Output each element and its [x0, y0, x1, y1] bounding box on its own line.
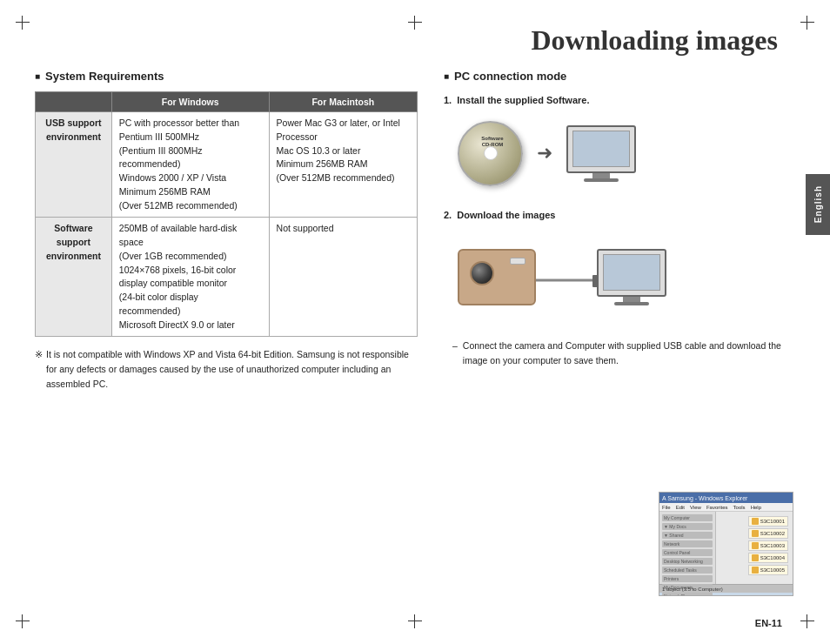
- step2-monitor: [597, 249, 666, 297]
- usb-windows-cell: PC with processor better than Pentium II…: [111, 112, 269, 218]
- step2-stand: [623, 297, 640, 302]
- thumb-sidebar: My Computer ▼ My Docs ▼ Shared Network C…: [659, 512, 716, 584]
- sidebar-item-3: ▼ Shared: [662, 532, 713, 539]
- step2-label: 2. Download the images: [444, 210, 792, 220]
- thumb-titlebar: A Samsung - Windows Explorer: [659, 493, 793, 503]
- sidebar-item-4: Network: [662, 540, 713, 547]
- sidebar-item-10: Network Places: [662, 593, 713, 596]
- file-icon-5: [752, 567, 759, 574]
- file-icon-4: [752, 554, 759, 561]
- crosshair-bottom-mid: [408, 614, 422, 628]
- install-illustration: SoftwareCD-ROM ➜: [458, 114, 792, 192]
- cd-disc: SoftwareCD-ROM: [458, 121, 523, 186]
- table-row-usb: USB support environment PC with processo…: [36, 112, 418, 218]
- note-symbol: ※: [35, 347, 43, 391]
- file-icon-3: [752, 542, 759, 549]
- thumb-body: My Computer ▼ My Docs ▼ Shared Network C…: [659, 512, 793, 584]
- table-header-windows: For Windows: [111, 92, 269, 112]
- sidebar-item-8: Printers: [662, 575, 713, 582]
- note-text: It is not compatible with Windows XP and…: [46, 347, 418, 391]
- step1-label: 1. Install the supplied Software.: [444, 95, 792, 105]
- file-2: S3C10002: [748, 528, 788, 539]
- sidebar-item-6: Desktop Networking: [662, 558, 713, 565]
- cd-label: SoftwareCD-ROM: [475, 136, 510, 150]
- table-header-empty: [36, 92, 112, 112]
- system-requirements-title: System Requirements: [35, 70, 418, 83]
- sidebar-item-7: Scheduled Tasks: [662, 567, 713, 574]
- connect-description: – Connect the camera and Computer with s…: [452, 339, 792, 368]
- left-panel: System Requirements For Windows For Maci…: [35, 70, 418, 392]
- crosshair-bottom-right: [800, 614, 814, 628]
- download-illustration: [458, 229, 792, 325]
- table-header-mac: For Macintosh: [269, 92, 417, 112]
- thumb-file-icons: S3C10001 S3C10002 S3C10003 S3C10004 S3C1…: [748, 516, 788, 575]
- usb-cable-svg: [536, 273, 606, 291]
- software-mac-cell: Not supported: [269, 218, 417, 337]
- table-row-software: Software support environment 250MB of av…: [36, 218, 418, 337]
- crosshair-top-mid: [408, 16, 422, 30]
- english-tab: English: [806, 174, 830, 235]
- step2-computer: [597, 249, 666, 305]
- thumb-content: S3C10001 S3C10002 S3C10003 S3C10004 S3C1…: [716, 512, 793, 584]
- right-panel: PC connection mode 1. Install the suppli…: [444, 70, 792, 368]
- screenshot-thumbnail: A Samsung - Windows Explorer File Edit V…: [659, 492, 793, 596]
- crosshair-bottom-left: [16, 614, 30, 628]
- note-section: ※ It is not compatible with Windows XP a…: [35, 347, 418, 391]
- file-icon-2: [752, 530, 759, 537]
- camera-flash: [510, 258, 525, 265]
- file-4: S3C10004: [748, 553, 788, 563]
- sidebar-item-5: Control Panel: [662, 549, 713, 556]
- requirements-table: For Windows For Macintosh USB support en…: [35, 91, 418, 337]
- usb-mac-cell: Power Mac G3 or later, or Intel Processo…: [269, 112, 417, 218]
- arrow-icon: ➜: [537, 142, 552, 164]
- usb-row-header: USB support environment: [36, 112, 112, 218]
- step2-screen: [603, 254, 660, 291]
- crosshair-top-left: [16, 16, 30, 30]
- camera-group: [458, 249, 536, 305]
- file-5: S3C10005: [748, 565, 788, 575]
- monitor-body: [566, 125, 636, 173]
- sidebar-item-2: ▼ My Docs: [662, 523, 713, 530]
- pc-connection-title: PC connection mode: [444, 70, 792, 83]
- page-number: EN-11: [755, 618, 782, 628]
- file-icon-1: [752, 518, 759, 525]
- monitor-screen: [572, 131, 630, 167]
- crosshair-top-right: [800, 16, 814, 30]
- sidebar-item-1: My Computer: [662, 514, 713, 521]
- page-title: Downloading images: [531, 24, 778, 57]
- step2-base: [614, 302, 649, 305]
- monitor-stand: [592, 173, 610, 178]
- camera-body: [458, 249, 536, 305]
- file-1: S3C10001: [748, 516, 788, 527]
- monitor-base: [584, 178, 619, 182]
- software-windows-cell: 250MB of available hard-disk space (Over…: [111, 218, 269, 337]
- software-row-header: Software support environment: [36, 218, 112, 337]
- file-3: S3C10003: [748, 540, 788, 551]
- computer-illustration: [566, 125, 636, 182]
- camera-lens: [470, 261, 494, 285]
- thumb-menubar: File Edit View Favorites Tools Help: [659, 503, 793, 512]
